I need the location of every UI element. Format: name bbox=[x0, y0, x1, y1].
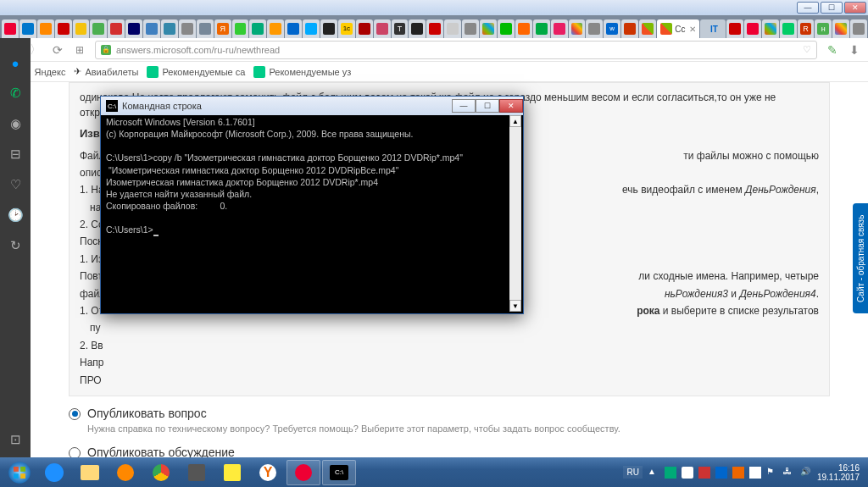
os-maximize-button[interactable]: ☐ bbox=[821, 2, 843, 14]
task-ie[interactable] bbox=[37, 460, 71, 485]
taskbar-clock[interactable]: 16:16 19.11.2017 bbox=[817, 463, 860, 482]
tab[interactable]: w bbox=[604, 19, 620, 38]
bookmarks-icon[interactable]: ⊟ bbox=[8, 147, 23, 162]
language-indicator[interactable]: RU bbox=[623, 466, 642, 479]
tab[interactable] bbox=[161, 19, 178, 38]
start-button[interactable] bbox=[3, 459, 36, 486]
tab[interactable] bbox=[409, 19, 426, 38]
tab[interactable] bbox=[744, 19, 761, 38]
radio-discussion[interactable] bbox=[69, 447, 81, 457]
task-tc[interactable] bbox=[215, 460, 249, 485]
tray-icon[interactable]: ▲ bbox=[648, 467, 659, 479]
tray-icon[interactable] bbox=[698, 467, 710, 479]
tab[interactable] bbox=[249, 19, 266, 38]
task-yandex[interactable]: Y bbox=[251, 460, 285, 485]
feedback-tab[interactable]: Сайт - обратная связь bbox=[853, 203, 868, 313]
tab[interactable] bbox=[586, 19, 603, 38]
url-input[interactable]: 🔒 answers.microsoft.com/ru-ru/newthread … bbox=[95, 41, 817, 59]
extensions-icon[interactable]: ↻ bbox=[8, 238, 23, 253]
tab[interactable] bbox=[303, 19, 320, 38]
tab[interactable] bbox=[90, 19, 107, 38]
tray-icon[interactable]: ⚑ bbox=[766, 467, 778, 479]
tab[interactable] bbox=[621, 19, 638, 38]
tab[interactable] bbox=[2, 19, 19, 38]
forward-button[interactable]: 〉 bbox=[29, 43, 42, 57]
tab[interactable] bbox=[639, 19, 656, 38]
history-icon[interactable]: 🕑 bbox=[8, 208, 23, 223]
heart-icon[interactable]: ♡ bbox=[803, 44, 811, 55]
tab[interactable] bbox=[356, 19, 373, 38]
bookmark-rec1[interactable]: Рекомендуемые са bbox=[147, 66, 245, 78]
tab[interactable] bbox=[515, 19, 532, 38]
task-app[interactable] bbox=[180, 460, 214, 485]
os-close-button[interactable]: ✕ bbox=[844, 2, 866, 14]
tab[interactable] bbox=[569, 19, 586, 38]
tab[interactable] bbox=[73, 19, 90, 38]
tab[interactable] bbox=[267, 19, 284, 38]
tab[interactable] bbox=[498, 19, 515, 38]
cmd-minimize-button[interactable]: — bbox=[452, 99, 476, 113]
snapshot-icon[interactable]: ◉ bbox=[8, 116, 23, 131]
task-cmd[interactable]: C:\ bbox=[322, 460, 356, 485]
cmd-close-button[interactable]: ✕ bbox=[499, 99, 523, 113]
tray-icon[interactable] bbox=[715, 467, 727, 479]
os-minimize-button[interactable]: — bbox=[797, 2, 819, 14]
tab[interactable]: T bbox=[392, 19, 409, 38]
task-chrome[interactable] bbox=[144, 460, 178, 485]
messenger-icon[interactable]: ● bbox=[8, 55, 23, 70]
tab[interactable] bbox=[285, 19, 302, 38]
bookmark-avia[interactable]: ✈Авиабилеты bbox=[74, 66, 138, 77]
radio-question[interactable] bbox=[69, 408, 81, 420]
tab[interactable] bbox=[108, 19, 125, 38]
tab[interactable] bbox=[232, 19, 249, 38]
tab[interactable] bbox=[125, 19, 142, 38]
tab[interactable] bbox=[726, 19, 743, 38]
tab[interactable] bbox=[762, 19, 779, 38]
tray-icon[interactable] bbox=[732, 467, 744, 479]
tab[interactable] bbox=[179, 19, 196, 38]
cmd-maximize-button[interactable]: ☐ bbox=[476, 99, 499, 113]
bookmark-rec2[interactable]: Рекомендуемые уз bbox=[253, 66, 351, 78]
reload-button[interactable]: ⟳ bbox=[51, 43, 64, 57]
task-wmp[interactable] bbox=[108, 460, 142, 485]
scroll-down-button[interactable]: ▼ bbox=[509, 300, 521, 312]
download-icon[interactable]: ⬇ bbox=[848, 43, 861, 57]
tab[interactable] bbox=[374, 19, 391, 38]
tab[interactable] bbox=[533, 19, 550, 38]
tab[interactable]: 1с bbox=[338, 19, 355, 38]
scroll-up-button[interactable]: ▲ bbox=[509, 115, 521, 127]
tab[interactable] bbox=[462, 19, 479, 38]
tab-active[interactable]: Сс✕ bbox=[657, 19, 699, 38]
radio-question-row[interactable]: Опубликовать вопрос bbox=[69, 407, 830, 420]
tab[interactable] bbox=[143, 19, 160, 38]
cmd-output[interactable]: Microsoft Windows [Version 6.1.7601] (c)… bbox=[103, 115, 521, 312]
cmd-window[interactable]: C:\ Командная строка — ☐ ✕ Microsoft Win… bbox=[100, 96, 524, 314]
tab[interactable] bbox=[444, 19, 461, 38]
tab[interactable] bbox=[197, 19, 214, 38]
tab[interactable]: IT bbox=[700, 19, 726, 38]
tray-icon[interactable] bbox=[749, 467, 761, 479]
whatsapp-icon[interactable]: ✆ bbox=[8, 86, 23, 101]
network-icon[interactable]: 🖧 bbox=[783, 467, 795, 479]
radio-discussion-row[interactable]: Опубликовать обсуждение bbox=[69, 445, 830, 457]
tab[interactable]: R bbox=[798, 19, 815, 38]
cmd-titlebar[interactable]: C:\ Командная строка — ☐ ✕ bbox=[101, 97, 523, 115]
tab[interactable] bbox=[19, 19, 36, 38]
tray-icon[interactable] bbox=[665, 467, 676, 479]
speed-dial-button[interactable]: ⊞ bbox=[73, 43, 86, 57]
task-opera[interactable] bbox=[287, 460, 320, 485]
personal-news-icon[interactable]: ♡ bbox=[8, 177, 23, 192]
tab[interactable]: Я bbox=[214, 19, 231, 38]
tab[interactable] bbox=[480, 19, 497, 38]
cmd-scrollbar[interactable]: ▲ ▼ bbox=[509, 115, 521, 312]
tab[interactable] bbox=[832, 19, 849, 38]
volume-icon[interactable]: 🔊 bbox=[800, 467, 812, 479]
close-icon[interactable]: ✕ bbox=[689, 25, 696, 34]
tab[interactable] bbox=[320, 19, 337, 38]
tab[interactable]: н bbox=[815, 19, 832, 38]
tab[interactable] bbox=[850, 19, 867, 38]
tab[interactable] bbox=[551, 19, 568, 38]
evernote-icon[interactable]: ✎ bbox=[826, 43, 839, 57]
task-explorer[interactable] bbox=[73, 460, 107, 485]
tab[interactable] bbox=[426, 19, 443, 38]
